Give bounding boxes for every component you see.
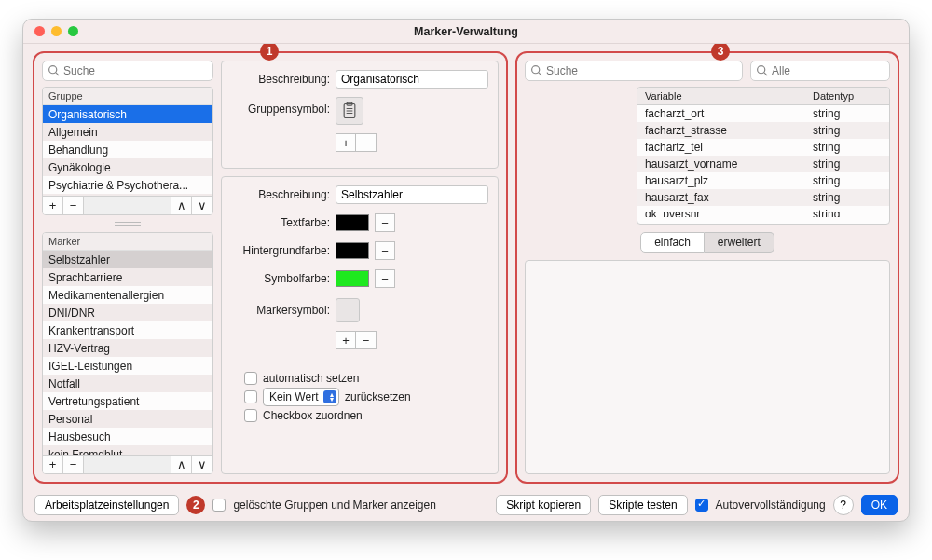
col-datatype[interactable]: Datentyp [805, 88, 889, 104]
markersymbol-label: Markersymbol: [231, 304, 330, 317]
group-down-button[interactable]: ∨ [192, 197, 212, 214]
list-item[interactable]: Sprachbarriere [43, 268, 212, 286]
list-item[interactable]: DNI/DNR [43, 304, 212, 321]
mode-segmented: einfach erweitert [525, 232, 890, 253]
callout-badge-2: 2 [186, 496, 205, 514]
list-item[interactable]: Behandlung [43, 141, 212, 158]
marker-list: Marker SelbstzahlerSprachbarriereMedikam… [42, 232, 213, 474]
list-item[interactable]: Psychiatrie & Psychothera... [43, 176, 212, 194]
textcolor-remove[interactable]: − [375, 213, 395, 232]
table-row[interactable]: gk_pversnrstring [637, 206, 889, 217]
script-textarea[interactable] [525, 260, 890, 474]
split-handle[interactable] [42, 221, 213, 226]
footer: Arbeitsplatzeinstellungen 2 gelöschte Gr… [23, 489, 909, 521]
group-list-header: Gruppe [43, 88, 212, 105]
minimize-icon[interactable] [51, 26, 62, 36]
table-row[interactable]: hausarzt_faxstring [637, 189, 889, 206]
group-list-controls: + − ∧ ∨ [43, 196, 212, 214]
marker-list-header: Marker [43, 233, 212, 251]
test-scripts-button[interactable]: Skripte testen [598, 495, 687, 515]
marker-up-button[interactable]: ∧ [171, 456, 192, 473]
marker-add-button[interactable]: + [43, 456, 63, 473]
variable-table-body[interactable]: facharzt_ortstringfacharzt_strassestring… [637, 105, 889, 217]
marker-down-button[interactable]: ∨ [192, 456, 212, 473]
content: 1 3 Gruppe OrganisatorischAllgemeinBehan… [23, 44, 909, 489]
clipboard-icon [341, 102, 358, 120]
reset-row: Kein Wert ▴▾ zurücksetzen [244, 388, 488, 406]
group-remove-button[interactable]: − [63, 197, 84, 214]
window-title: Marker-Verwaltung [23, 25, 909, 38]
symbolcolor-swatch[interactable] [336, 270, 369, 287]
svg-point-7 [532, 66, 540, 74]
reset-checkbox[interactable] [244, 390, 257, 403]
markersymbol-well[interactable] [336, 298, 360, 322]
autocomplete-label: Autovervollständigung [716, 499, 826, 512]
seg-advanced[interactable]: erweitert [705, 232, 774, 253]
list-item[interactable]: kein Fremdblut [43, 445, 212, 455]
auto-set-label: automatisch setzen [263, 372, 359, 385]
list-item[interactable]: IGEL-Leistungen [43, 357, 212, 375]
marker-remove-button[interactable]: − [63, 456, 84, 473]
table-row[interactable]: fachartz_telstring [637, 139, 889, 156]
marker-list-body[interactable]: SelbstzahlerSprachbarriereMedikamentenal… [43, 251, 212, 455]
search-icon [530, 64, 542, 76]
list-item[interactable]: Notfall [43, 375, 212, 392]
group-symbol-remove[interactable]: − [356, 133, 377, 152]
marker-list-controls: + − ∧ ∨ [43, 455, 212, 473]
symbolcolor-remove[interactable]: − [375, 269, 395, 288]
bgcolor-remove[interactable]: − [375, 241, 395, 260]
show-deleted-checkbox[interactable] [212, 499, 226, 512]
seg-simple[interactable]: einfach [640, 232, 705, 253]
panel-right: Variable Datentyp facharzt_ortstringfach… [515, 51, 899, 484]
col-variable[interactable]: Variable [637, 88, 805, 104]
marker-desc-input[interactable] [336, 185, 488, 204]
group-desc-input[interactable] [336, 70, 488, 89]
group-list-body[interactable]: OrganisatorischAllgemeinBehandlungGynäko… [43, 105, 212, 196]
search-input[interactable] [42, 61, 213, 81]
markersymbol-add[interactable]: + [336, 331, 356, 349]
textcolor-swatch[interactable] [336, 214, 369, 231]
autocomplete-checkbox[interactable] [695, 499, 708, 512]
group-symbol-well[interactable] [336, 97, 363, 125]
table-row[interactable]: facharzt_ortstring [637, 105, 889, 122]
close-icon[interactable] [34, 26, 45, 36]
group-add-button[interactable]: + [43, 197, 63, 214]
svg-line-8 [539, 73, 541, 75]
script-search-input[interactable] [525, 61, 743, 81]
group-edit-box: Beschreibung: Gruppensymbol: [221, 61, 499, 169]
group-up-button[interactable]: ∧ [171, 197, 192, 214]
column-edit: Beschreibung: Gruppensymbol: [221, 61, 499, 474]
workspace-settings-button[interactable]: Arbeitsplatzeinstellungen [34, 495, 179, 515]
list-item[interactable]: Selbstzahler [43, 251, 212, 268]
group-desc-label: Beschreibung: [231, 73, 330, 86]
table-row[interactable]: hausarzt_plzstring [637, 172, 889, 189]
markersymbol-remove[interactable]: − [356, 331, 377, 349]
bgcolor-swatch[interactable] [336, 242, 369, 259]
list-item[interactable]: Organisatorisch [43, 105, 212, 123]
list-item[interactable]: Gynäkologie [43, 158, 212, 176]
ok-button[interactable]: OK [861, 495, 898, 515]
table-row[interactable]: facharzt_strassestring [637, 122, 889, 139]
auto-set-checkbox[interactable] [244, 372, 257, 385]
list-item[interactable]: Allgemein [43, 123, 212, 141]
help-button[interactable]: ? [833, 495, 854, 515]
zoom-icon[interactable] [68, 26, 78, 36]
textcolor-label: Textfarbe: [231, 216, 330, 229]
list-item[interactable]: Krankentransport [43, 321, 212, 339]
script-search [525, 61, 743, 81]
list-item[interactable]: Vertretungspatient [43, 392, 212, 410]
symbolcolor-label: Symbolfarbe: [231, 272, 330, 285]
traffic-lights [23, 26, 78, 36]
filter-input[interactable] [750, 61, 890, 81]
list-item[interactable]: HZV-Vertrag [43, 339, 212, 357]
reset-label: zurücksetzen [345, 390, 411, 403]
group-symbol-add[interactable]: + [336, 133, 356, 152]
list-item[interactable]: Personal [43, 410, 212, 428]
reset-select[interactable]: Kein Wert ▴▾ [263, 388, 339, 406]
copy-script-button[interactable]: Skript kopieren [496, 495, 591, 515]
assign-checkbox[interactable] [244, 409, 257, 422]
list-item[interactable]: Medikamentenallergien [43, 286, 212, 304]
variable-table: Variable Datentyp facharzt_ortstringfach… [637, 87, 890, 225]
list-item[interactable]: Hausbesuch [43, 428, 212, 445]
table-row[interactable]: hausarzt_vornamestring [637, 156, 889, 172]
